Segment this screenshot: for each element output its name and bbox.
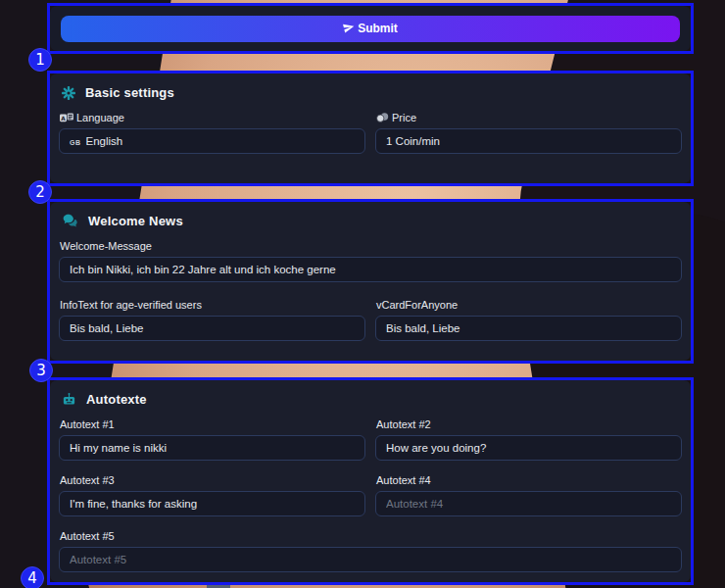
autotext-4-field: Autotext #4 <box>375 473 682 516</box>
comments-icon <box>62 214 78 228</box>
welcome-message-field: Welcome-Message <box>59 239 682 282</box>
infotext-field: InfoText for age-verified users <box>59 298 365 341</box>
annotation-badge-3: 3 <box>29 359 53 382</box>
page: Submit <box>0 0 725 588</box>
autotext-3-label: Autotext #3 <box>60 474 115 486</box>
autotext-1-input[interactable] <box>59 435 365 461</box>
annotation-badge-4: 4 <box>21 566 44 588</box>
autotext-4-input[interactable] <box>375 491 682 516</box>
paper-plane-icon <box>343 22 355 36</box>
autotexte-title: Autotexte <box>86 392 147 407</box>
price-label: Price <box>376 111 682 123</box>
autotext-1-field: Autotext #1 <box>59 417 365 461</box>
autotext-5-label: Autotext #5 <box>60 530 115 542</box>
annotation-box-3: Welcome News Welcome-Message InfoText fo… <box>47 199 694 364</box>
vcard-label: vCardForAnyone <box>376 298 682 311</box>
autotext-2-field: Autotext #2 <box>375 417 682 461</box>
svg-text:A: A <box>61 115 66 121</box>
form-column: Submit <box>47 3 694 585</box>
robot-icon <box>62 392 76 407</box>
language-icon: A <box>60 113 73 122</box>
autotext-3-input[interactable] <box>59 491 365 516</box>
gb-flag-icon: GB <box>70 139 81 146</box>
autotext-5-field: Autotext #5 <box>59 529 682 572</box>
submit-button-label: Submit <box>358 22 398 35</box>
autotexte-header: Autotexte <box>62 392 682 407</box>
annotation-badge-2: 2 <box>28 180 52 204</box>
vcard-input[interactable] <box>375 316 682 341</box>
language-input[interactable]: GB English <box>59 128 365 154</box>
welcome-news-title: Welcome News <box>88 214 183 228</box>
autotext-5-input[interactable] <box>59 547 682 572</box>
autotext-3-field: Autotext #3 <box>59 473 365 516</box>
autotexte-panel: Autotexte Autotext #1 Autotext #2 Auto <box>50 380 691 582</box>
autotext-2-label: Autotext #2 <box>376 418 431 430</box>
infotext-input[interactable] <box>59 316 365 341</box>
gear-icon <box>62 86 75 100</box>
basic-settings-panel: Basic settings A <box>50 74 691 183</box>
infotext-label: InfoText for age-verified users <box>60 298 365 311</box>
annotation-box-4: Autotexte Autotext #1 Autotext #2 Auto <box>47 377 694 585</box>
language-label: A Language <box>60 111 365 123</box>
submit-button[interactable]: Submit <box>61 16 680 42</box>
autotext-1-label: Autotext #1 <box>60 418 115 430</box>
welcome-news-panel: Welcome News Welcome-Message InfoText fo… <box>50 202 691 361</box>
basic-settings-title: Basic settings <box>85 85 174 100</box>
language-value: English <box>86 135 123 147</box>
submit-panel: Submit <box>50 6 691 51</box>
price-input[interactable] <box>375 128 682 154</box>
annotation-box-2: Basic settings A <box>47 71 694 186</box>
autotext-4-label: Autotext #4 <box>376 474 431 486</box>
annotation-box-1: Submit <box>47 3 694 54</box>
price-field: Price <box>375 111 682 154</box>
welcome-message-input[interactable] <box>59 257 682 282</box>
language-field: A Language GB English <box>59 111 365 154</box>
coins-icon <box>376 113 389 122</box>
welcome-message-label: Welcome-Message <box>60 239 682 252</box>
welcome-news-header: Welcome News <box>62 214 682 228</box>
basic-settings-header: Basic settings <box>62 85 682 100</box>
autotext-2-input[interactable] <box>375 435 682 461</box>
annotation-badge-1: 1 <box>28 48 52 72</box>
vcard-field: vCardForAnyone <box>375 298 682 341</box>
